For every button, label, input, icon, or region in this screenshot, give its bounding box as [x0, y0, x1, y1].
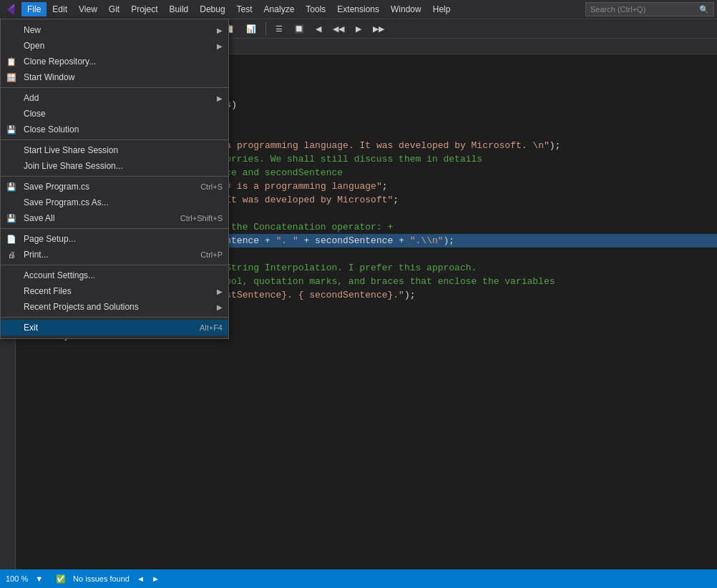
menu-analyze[interactable]: Analyze — [258, 2, 301, 16]
save-as-icon — [5, 196, 18, 209]
menu-edit[interactable]: Edit — [47, 2, 73, 16]
file-menu-overlay: New Open 📋 Clone Repository... 🪟 Start W… — [0, 19, 229, 339]
recent-projects-icon — [5, 300, 18, 313]
menu-new[interactable]: New — [1, 22, 228, 38]
menu-close-solution[interactable]: 💾 Close Solution — [1, 122, 228, 137]
account-icon — [5, 269, 18, 282]
recent-files-icon — [5, 285, 18, 298]
save-all-icon: 💾 — [5, 212, 18, 225]
vs-logo — [3, 1, 19, 17]
close-solution-icon: 💾 — [5, 123, 18, 136]
menu-open[interactable]: Open — [1, 38, 228, 54]
sep-5 — [1, 265, 228, 265]
toolbar-btn-5[interactable]: 📊 — [242, 23, 260, 35]
menu-page-setup-label: Page Setup... — [24, 234, 76, 244]
menu-save-as[interactable]: Save Program.cs As... — [1, 195, 228, 210]
menu-join-liveshare[interactable]: Join Live Share Session... — [1, 158, 228, 174]
file-menu: New Open 📋 Clone Repository... 🪟 Start W… — [0, 19, 229, 339]
menu-close[interactable]: Close — [1, 106, 228, 122]
menu-open-label: Open — [24, 41, 44, 51]
menu-account-settings[interactable]: Account Settings... — [1, 268, 228, 283]
menu-start-liveshare[interactable]: Start Live Share Session — [1, 142, 228, 158]
menu-close-solution-label: Close Solution — [24, 124, 79, 134]
liveshare-join-icon — [5, 160, 18, 172]
menu-debug[interactable]: Debug — [194, 2, 230, 16]
new-icon — [5, 24, 18, 36]
toolbar-btn-11[interactable]: ▶▶ — [369, 23, 389, 35]
menu-print-label: Print... — [24, 250, 49, 260]
status-bar: 100 % ▼ ✅ No issues found ◄ ► — [0, 569, 717, 588]
save-icon: 💾 — [5, 180, 18, 193]
menu-project[interactable]: Project — [125, 2, 163, 16]
clone-icon: 📋 — [5, 55, 18, 68]
menu-right: Search (Ctrl+Q) 🔍 — [585, 2, 714, 16]
liveshare-start-icon — [5, 144, 18, 157]
menu-add-label: Add — [24, 93, 39, 103]
sep-1 — [1, 87, 228, 88]
menu-add[interactable]: Add — [1, 90, 228, 106]
menu-build[interactable]: Build — [164, 2, 195, 16]
save-all-shortcut: Ctrl+Shift+S — [166, 214, 223, 222]
sep-4 — [1, 228, 228, 229]
sep-2 — [1, 139, 228, 140]
sep-3 — [1, 176, 228, 177]
menu-save-label: Save Program.cs — [24, 182, 89, 192]
toolbar-btn-7[interactable]: 🔲 — [290, 23, 308, 35]
toolbar-btn-6[interactable]: ☰ — [271, 23, 287, 35]
zoom-level: 100 % — [6, 574, 28, 583]
menu-print[interactable]: 🖨 Print... Ctrl+P — [1, 247, 228, 263]
menu-save-all-label: Save All — [24, 213, 54, 223]
menu-clone-repo[interactable]: 📋 Clone Repository... — [1, 54, 228, 69]
menu-view[interactable]: View — [73, 2, 103, 16]
status-text: No issues found — [73, 574, 130, 583]
menu-clone-label: Clone Repository... — [24, 57, 96, 67]
search-placeholder: Search (Ctrl+Q) — [590, 5, 645, 14]
menu-account-settings-label: Account Settings... — [24, 270, 95, 280]
menu-recent-projects[interactable]: Recent Projects and Solutions — [1, 299, 228, 315]
exit-shortcut: Alt+F4 — [185, 323, 223, 332]
menu-recent-files-label: Recent Files — [24, 286, 72, 296]
menu-save-all[interactable]: 💾 Save All Ctrl+Shift+S — [1, 210, 228, 226]
menu-window[interactable]: Window — [385, 2, 427, 16]
start-window-icon: 🪟 — [5, 71, 18, 84]
search-box[interactable]: Search (Ctrl+Q) 🔍 — [585, 2, 714, 16]
add-icon — [5, 92, 18, 104]
close-icon — [5, 107, 18, 120]
exit-icon — [5, 321, 18, 334]
toolbar-btn-10[interactable]: ▶ — [351, 23, 366, 35]
toolbar-btn-8[interactable]: ◀ — [311, 23, 326, 35]
menu-recent-projects-label: Recent Projects and Solutions — [24, 302, 139, 312]
page-setup-icon: 📄 — [5, 232, 18, 245]
search-icon: 🔍 — [699, 5, 709, 14]
toolbar-btn-9[interactable]: ◀◀ — [328, 23, 348, 35]
zoom-dropdown-arrow[interactable]: ▼ — [35, 574, 43, 583]
status-left: 100 % ▼ ✅ No issues found ◄ ► — [6, 574, 160, 584]
status-check-icon: ✅ — [56, 574, 66, 584]
menu-file[interactable]: File — [21, 2, 47, 16]
menu-close-label: Close — [24, 109, 46, 119]
menu-join-liveshare-label: Join Live Share Session... — [24, 161, 123, 171]
menu-new-label: New — [24, 25, 41, 35]
menu-git[interactable]: Git — [103, 2, 125, 16]
menu-save[interactable]: 💾 Save Program.cs Ctrl+S — [1, 179, 228, 195]
nav-right-btn[interactable]: ► — [152, 574, 160, 583]
menu-page-setup[interactable]: 📄 Page Setup... — [1, 231, 228, 247]
print-icon: 🖨 — [5, 248, 18, 261]
menu-save-as-label: Save Program.cs As... — [24, 197, 109, 207]
nav-left-btn[interactable]: ◄ — [137, 574, 145, 583]
menu-exit-label: Exit — [24, 323, 38, 333]
menu-tools[interactable]: Tools — [300, 2, 331, 16]
menu-bar: File Edit View Git Project Build Debug T… — [0, 0, 717, 19]
menu-exit[interactable]: ➤ Exit Alt+F4 — [1, 320, 228, 335]
menu-test[interactable]: Test — [231, 2, 258, 16]
menu-start-window[interactable]: 🪟 Start Window — [1, 69, 228, 85]
print-shortcut: Ctrl+P — [186, 250, 223, 259]
menu-recent-files[interactable]: Recent Files — [1, 283, 228, 299]
menu-help[interactable]: Help — [427, 2, 457, 16]
menu-extensions[interactable]: Extensions — [331, 2, 385, 16]
menu-start-window-label: Start Window — [24, 72, 74, 82]
open-icon — [5, 39, 18, 52]
sep-6 — [1, 317, 228, 318]
save-shortcut: Ctrl+S — [186, 182, 223, 191]
toolbar-sep-3 — [265, 22, 266, 35]
